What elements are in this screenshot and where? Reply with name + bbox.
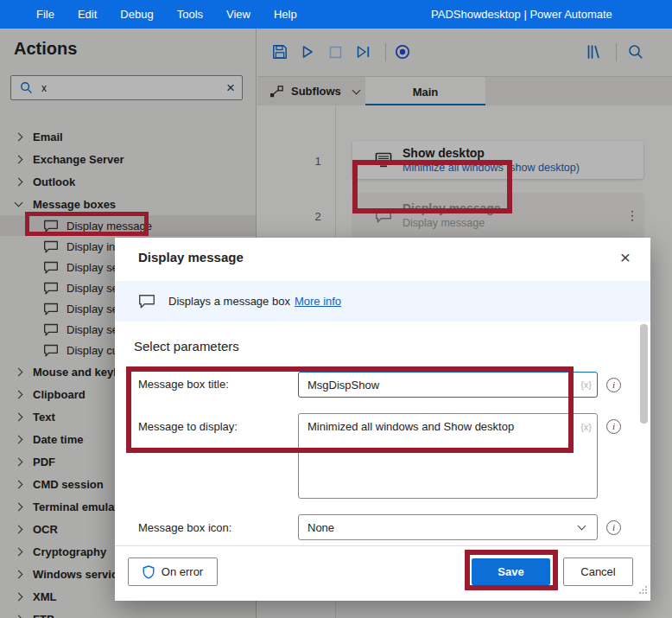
variable-picker-badge[interactable]: {x} [580, 422, 592, 432]
more-info-link[interactable]: More info [295, 295, 341, 308]
menu-edit[interactable]: Edit [78, 8, 97, 21]
dialog-description-band: Displays a message box More info [115, 281, 650, 322]
dialog-title: Display message [138, 250, 244, 264]
info-icon[interactable]: i [606, 378, 621, 392]
app-window: File Edit Debug Tools View Help PADShowd… [0, 0, 672, 618]
message-box-icon-label: Message box icon: [138, 521, 231, 534]
title-bar: File Edit Debug Tools View Help PADShowd… [0, 0, 672, 29]
info-icon[interactable]: i [606, 520, 621, 535]
message-bubble-icon [138, 294, 155, 309]
close-icon[interactable]: × [612, 245, 638, 271]
message-box-title-input[interactable] [298, 372, 598, 398]
on-error-label: On error [162, 565, 203, 578]
select-parameters-heading: Select parameters [134, 339, 239, 354]
cancel-button[interactable]: Cancel [563, 557, 633, 586]
display-message-dialog: Display message × Displays a message box… [115, 238, 650, 601]
on-error-button[interactable]: On error [128, 557, 218, 586]
dialog-header: Display message × [115, 238, 650, 281]
chevron-down-icon [578, 522, 586, 531]
message-to-display-field: Minimized all windows and Show desktop {… [298, 413, 598, 502]
menu-view[interactable]: View [226, 8, 250, 21]
dialog-footer: On error Save Cancel [115, 545, 650, 601]
dialog-description: Displays a message box [168, 295, 290, 308]
message-box-title-field: {x} [298, 372, 598, 398]
resize-grip[interactable] [638, 583, 648, 598]
shield-icon [143, 565, 155, 579]
message-box-title-label: Message box title: [138, 378, 229, 391]
menu-help[interactable]: Help [274, 8, 297, 21]
variable-picker-badge[interactable]: {x} [580, 379, 592, 390]
menu-file[interactable]: File [36, 8, 54, 21]
selected-option: None [307, 521, 579, 534]
info-icon[interactable]: i [606, 419, 621, 434]
message-to-display-label: Message to display: [138, 420, 238, 433]
message-to-display-input[interactable]: Minimized all windows and Show desktop [298, 413, 598, 499]
message-box-icon-select[interactable]: None [298, 514, 598, 540]
menu-tools[interactable]: Tools [177, 8, 203, 21]
menu-debug[interactable]: Debug [120, 8, 153, 21]
dialog-scrollbar-thumb[interactable] [640, 324, 648, 424]
window-title: PADShowdesktop | Power Automate [431, 0, 612, 29]
save-button[interactable]: Save [472, 558, 550, 585]
